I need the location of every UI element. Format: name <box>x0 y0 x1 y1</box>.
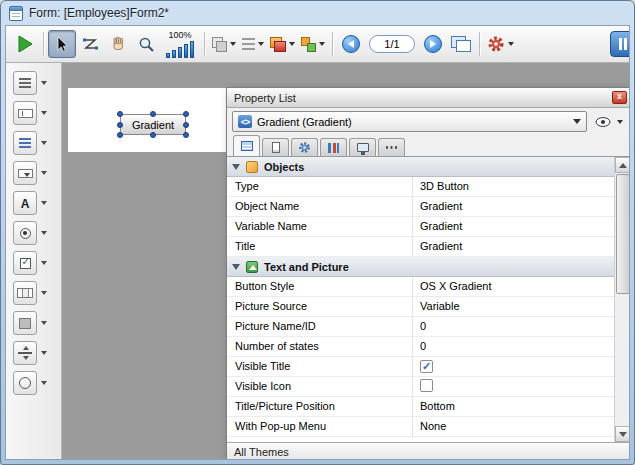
combo-tool[interactable] <box>13 161 37 185</box>
segmented-button-tool-dropdown-icon[interactable] <box>41 291 47 295</box>
toolbar-overflow-button[interactable] <box>610 31 629 57</box>
property-value[interactable]: ✓ <box>413 357 614 376</box>
object-selector[interactable]: Gradient (Gradient) <box>232 111 587 132</box>
checkbox-tool-dropdown-icon[interactable] <box>41 261 47 265</box>
property-row: Picture SourceVariable <box>227 297 614 317</box>
rectangle-tool-dropdown-icon[interactable] <box>41 321 47 325</box>
input-tool-row <box>6 98 61 128</box>
magnifier-icon <box>138 36 155 53</box>
property-value[interactable] <box>413 377 614 396</box>
input-tool-dropdown-icon[interactable] <box>41 111 47 115</box>
selection-handle[interactable] <box>150 111 156 117</box>
radio-tool-dropdown-icon[interactable] <box>41 231 47 235</box>
selected-object[interactable]: Gradient <box>120 114 186 135</box>
property-value[interactable]: None <box>413 417 614 436</box>
list-tool-dropdown-icon[interactable] <box>41 141 47 145</box>
zoom-bar[interactable] <box>178 47 182 58</box>
selection-handle[interactable] <box>117 122 123 128</box>
scroll-up-button[interactable] <box>615 157 629 173</box>
plugin-tool[interactable] <box>13 371 37 395</box>
tab-display[interactable] <box>349 138 376 156</box>
property-value[interactable]: Gradient <box>413 217 614 236</box>
splitter-tool-dropdown-icon[interactable] <box>41 351 47 355</box>
label-tool-dropdown-icon[interactable] <box>41 201 47 205</box>
checkbox-tool-icon <box>20 258 31 269</box>
selection-handle[interactable] <box>183 132 189 138</box>
next-page-button[interactable] <box>419 30 447 58</box>
section-header[interactable]: Objects <box>227 157 614 177</box>
objects-cube-icon <box>246 161 258 173</box>
checkbox-checked[interactable]: ✓ <box>420 360 433 373</box>
zoom-bar[interactable] <box>166 53 170 58</box>
gear-menu-button[interactable] <box>484 30 517 58</box>
entry-order-tool-button[interactable] <box>76 30 104 58</box>
property-list-titlebar[interactable]: Property List <box>227 88 629 108</box>
style-squares-icon <box>301 37 316 52</box>
selection-handle[interactable] <box>117 132 123 138</box>
selection-handle[interactable] <box>183 122 189 128</box>
property-value[interactable]: Variable <box>413 297 614 316</box>
label-tool[interactable] <box>13 191 37 215</box>
collapse-triangle-icon[interactable] <box>232 264 240 270</box>
selection-handle[interactable] <box>150 132 156 138</box>
property-value[interactable]: Gradient <box>413 197 614 216</box>
theme-filter[interactable]: All Themes <box>227 442 629 459</box>
style-menu-button[interactable] <box>298 30 328 58</box>
close-icon[interactable] <box>612 91 627 104</box>
property-value[interactable]: 0 <box>413 337 614 356</box>
text-tool[interactable] <box>13 71 37 95</box>
chevron-down-icon <box>508 42 514 46</box>
zoom-bar[interactable] <box>190 41 194 58</box>
property-value[interactable]: 0 <box>413 317 614 336</box>
section-header[interactable]: Text and Picture <box>227 257 614 277</box>
list-tool[interactable] <box>13 131 37 155</box>
distribute-menu-button[interactable] <box>239 30 267 58</box>
form-icon <box>9 6 23 21</box>
scroll-track[interactable] <box>615 173 629 426</box>
splitter-tool[interactable] <box>13 341 37 365</box>
view-options-button[interactable] <box>592 111 626 132</box>
tab-property-list[interactable] <box>233 135 260 156</box>
plugin-tool-dropdown-icon[interactable] <box>41 381 47 385</box>
combo-tool-dropdown-icon[interactable] <box>41 171 47 175</box>
run-button[interactable] <box>11 30 39 58</box>
windows-list-button[interactable] <box>447 30 475 58</box>
tab-events[interactable] <box>320 138 347 156</box>
page-indicator[interactable]: 1/1 <box>369 35 415 53</box>
scroll-down-button[interactable] <box>615 426 629 442</box>
property-name: Title <box>227 237 413 256</box>
property-value[interactable]: Gradient <box>413 237 614 256</box>
checkbox-tool[interactable] <box>13 251 37 275</box>
titlebar[interactable]: Form: [Employees]Form2* <box>1 1 634 25</box>
rectangle-tool[interactable] <box>13 311 37 335</box>
zoom-control[interactable]: 100% <box>166 30 194 58</box>
property-value[interactable]: Bottom <box>413 397 614 416</box>
input-tool[interactable] <box>13 101 37 125</box>
property-value[interactable]: OS X Gradient <box>413 277 614 296</box>
text-tool-dropdown-icon[interactable] <box>41 81 47 85</box>
scrollbar[interactable] <box>614 157 629 442</box>
form-canvas[interactable]: Gradient Property List <box>62 63 629 459</box>
zoom-bar[interactable] <box>172 50 176 58</box>
prev-page-button[interactable] <box>337 30 365 58</box>
property-value[interactable]: 3D Button <box>413 177 614 196</box>
color-menu-button[interactable] <box>267 30 298 58</box>
pointer-tool-button[interactable] <box>48 30 76 58</box>
tab-settings[interactable] <box>291 138 318 156</box>
play-icon <box>15 34 35 54</box>
eye-icon <box>595 117 611 127</box>
collapse-triangle-icon[interactable] <box>232 164 240 170</box>
zoom-tool-button[interactable] <box>132 30 160 58</box>
selection-handle[interactable] <box>117 111 123 117</box>
radio-tool[interactable] <box>13 221 37 245</box>
segmented-button-tool[interactable] <box>13 281 37 305</box>
tab-more[interactable] <box>378 138 405 156</box>
scroll-thumb[interactable] <box>616 174 629 294</box>
checkbox-unchecked[interactable] <box>420 379 433 392</box>
tab-form[interactable] <box>262 138 289 156</box>
zoom-bars[interactable] <box>166 40 194 58</box>
align-menu-button[interactable] <box>209 30 239 58</box>
zoom-bar[interactable] <box>184 44 188 58</box>
pan-tool-button[interactable] <box>104 30 132 58</box>
selection-handle[interactable] <box>183 111 189 117</box>
